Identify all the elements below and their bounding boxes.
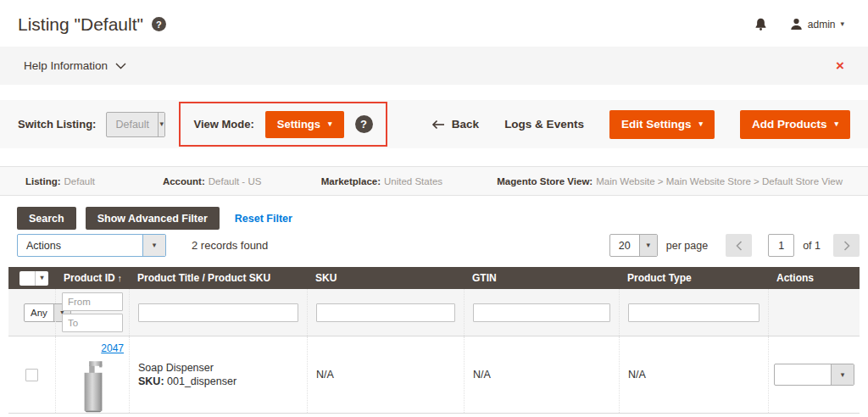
column-header-actions: Actions bbox=[768, 272, 860, 284]
mass-actions-select[interactable]: Actions ▾ bbox=[17, 234, 166, 257]
show-advanced-filter-button[interactable]: Show Advanced Filter bbox=[86, 207, 220, 230]
notifications-bell-icon[interactable] bbox=[754, 17, 768, 31]
total-pages-label: of 1 bbox=[803, 240, 821, 252]
switch-listing-select[interactable]: Default ▾ bbox=[106, 112, 165, 137]
view-mode-label: View Mode: bbox=[193, 118, 253, 131]
admin-username: admin bbox=[808, 19, 836, 31]
arrow-left-icon bbox=[431, 120, 445, 130]
previous-page-button[interactable] bbox=[726, 234, 752, 257]
per-page-label: per page bbox=[666, 240, 708, 252]
page-number-input[interactable] bbox=[768, 234, 794, 257]
reset-filter-link[interactable]: Reset Filter bbox=[235, 213, 292, 225]
info-store-view: Magento Store View:Main Website > Main W… bbox=[497, 176, 843, 186]
filter-actions-cell bbox=[768, 289, 860, 336]
page-header: Listing "Default" ? admin ▾ bbox=[0, 0, 868, 47]
row-product-title-cell: Soap Dispenser SKU: 001_dispenser bbox=[129, 336, 307, 413]
select-all-dropdown[interactable]: ▾ bbox=[19, 271, 48, 286]
filter-gtin-cell bbox=[464, 289, 619, 336]
help-information-label: Help Information bbox=[24, 59, 108, 72]
sort-asc-icon: ↑ bbox=[118, 273, 123, 283]
product-id-from-input[interactable] bbox=[62, 292, 123, 311]
column-header-gtin[interactable]: GTIN bbox=[464, 272, 619, 284]
row-sku-cell: N/A bbox=[307, 336, 464, 413]
column-header-product-type[interactable]: Product Type bbox=[619, 272, 768, 284]
chevron-left-icon bbox=[736, 241, 743, 251]
row-gtin-cell: N/A bbox=[464, 336, 619, 413]
filter-select-mode-cell: Any ▾ bbox=[8, 289, 55, 336]
view-mode-settings-button[interactable]: Settings ▾ bbox=[265, 111, 344, 138]
listing-info-strip: Listing:Default Account:Default - US Mar… bbox=[0, 166, 868, 196]
chevron-down-icon: ▾ bbox=[159, 120, 164, 128]
chevron-down-icon: ▾ bbox=[153, 242, 157, 249]
product-id-link[interactable]: 2047 bbox=[101, 342, 124, 354]
product-sku-line: SKU: 001_dispenser bbox=[138, 375, 307, 387]
page-title: Listing "Default" bbox=[18, 14, 143, 35]
view-mode-help-icon[interactable]: ? bbox=[355, 115, 373, 133]
chevron-down-icon bbox=[115, 63, 126, 70]
filter-sku-cell bbox=[307, 289, 464, 336]
column-header-product-title[interactable]: Product Title / Product SKU bbox=[129, 272, 307, 284]
add-products-button[interactable]: Add Products ▾ bbox=[740, 110, 850, 139]
view-mode-highlight-box: View Mode: Settings ▾ ? bbox=[179, 102, 387, 147]
pagination-controls: 20 ▾ per page of 1 bbox=[609, 234, 860, 257]
chevron-right-icon bbox=[843, 241, 850, 251]
header-actions: admin ▾ bbox=[754, 17, 844, 31]
next-page-button[interactable] bbox=[833, 234, 860, 257]
row-checkbox[interactable] bbox=[25, 369, 38, 381]
info-listing: Listing:Default bbox=[25, 176, 163, 186]
filter-title-cell bbox=[129, 289, 307, 336]
per-page-select[interactable]: 20 ▾ bbox=[609, 234, 658, 257]
help-information-bar: Help Information × bbox=[0, 47, 868, 85]
records-found-text: 2 records found bbox=[192, 239, 268, 252]
info-account: Account:Default - US bbox=[163, 176, 321, 186]
close-icon[interactable]: × bbox=[836, 58, 844, 73]
switch-listing-label: Switch Listing: bbox=[18, 118, 96, 131]
sku-filter-input[interactable] bbox=[316, 303, 455, 322]
toolbar-right-actions: Back Logs & Events Edit Settings ▾ Add P… bbox=[431, 110, 850, 139]
logs-events-button[interactable]: Logs & Events bbox=[504, 118, 584, 131]
filter-product-type-cell bbox=[619, 289, 768, 336]
products-grid: ▾ Product ID ↑ Product Title / Product S… bbox=[8, 267, 860, 414]
chevron-down-icon: ▾ bbox=[841, 371, 845, 379]
chevron-down-icon: ▾ bbox=[646, 242, 650, 249]
mass-select-header[interactable]: ▾ bbox=[8, 271, 55, 286]
admin-account-menu[interactable]: admin ▾ bbox=[790, 18, 844, 31]
chevron-down-icon: ▾ bbox=[840, 20, 844, 28]
product-image bbox=[80, 359, 107, 413]
back-button[interactable]: Back bbox=[431, 118, 479, 131]
chevron-down-icon: ▾ bbox=[40, 275, 43, 281]
product-title-filter-input[interactable] bbox=[138, 303, 298, 322]
column-header-product-id[interactable]: Product ID ↑ bbox=[55, 272, 129, 284]
chevron-down-icon: ▾ bbox=[698, 120, 703, 128]
grid-toolbar: Actions ▾ 2 records found 20 ▾ per page … bbox=[17, 234, 860, 257]
chevron-down-icon: ▾ bbox=[834, 120, 838, 128]
edit-settings-button[interactable]: Edit Settings ▾ bbox=[609, 110, 715, 139]
column-header-sku[interactable]: SKU bbox=[307, 272, 464, 284]
row-checkbox-cell bbox=[8, 336, 55, 413]
info-marketplace: Marketplace:United States bbox=[321, 176, 498, 186]
row-actions-cell: ▾ bbox=[768, 336, 860, 413]
search-button[interactable]: Search bbox=[17, 207, 76, 230]
grid-header-row: ▾ Product ID ↑ Product Title / Product S… bbox=[8, 267, 860, 289]
product-type-filter-input[interactable] bbox=[628, 303, 760, 322]
gtin-filter-input[interactable] bbox=[473, 303, 610, 322]
table-row: 2047 Soap Dispenser SKU: 001_dispenser bbox=[8, 336, 860, 414]
grid-filter-row: Any ▾ bbox=[8, 289, 860, 336]
page-help-icon[interactable]: ? bbox=[152, 17, 166, 31]
user-icon bbox=[790, 18, 803, 31]
select-all-checkbox[interactable] bbox=[19, 271, 35, 286]
product-title: Soap Dispenser bbox=[138, 362, 307, 374]
row-product-id-cell: 2047 bbox=[55, 336, 129, 413]
chevron-down-icon: ▾ bbox=[328, 120, 332, 128]
main-actions-toolbar: Switch Listing: Default ▾ View Mode: Set… bbox=[0, 100, 868, 148]
filter-product-id-cell bbox=[55, 289, 129, 336]
product-id-to-input[interactable] bbox=[62, 314, 123, 332]
row-actions-select[interactable]: ▾ bbox=[774, 364, 854, 386]
help-information-toggle[interactable]: Help Information bbox=[24, 59, 126, 72]
row-product-type-cell: N/A bbox=[619, 336, 768, 413]
search-filter-row: Search Show Advanced Filter Reset Filter bbox=[17, 207, 292, 230]
